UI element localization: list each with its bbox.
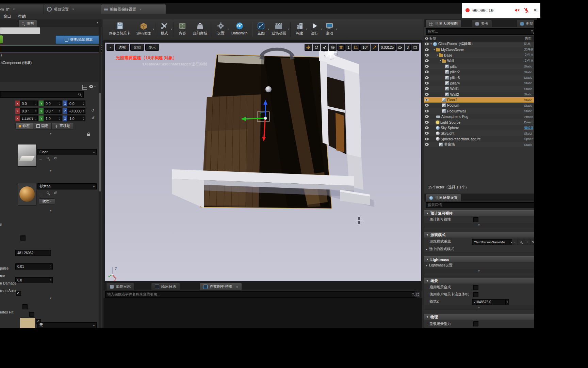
reset-asset-icon[interactable] [54,156,57,160]
enable-gravity-checkbox[interactable] [16,291,21,296]
menu-window[interactable]: 窗口 [3,14,11,19]
tab-close-icon[interactable]: × [236,285,238,289]
inherited-component-label[interactable]: hComponent (继承) [1,61,32,65]
expand-more-icon[interactable] [0,169,101,172]
tab-world-outliner[interactable]: 世界大纲视图 [425,20,461,27]
outliner-row-atmospheric-fog[interactable]: Atmospheric Fog Atmos [424,114,534,119]
kill-z-field[interactable]: -1048575.0 [472,299,509,305]
expand-more-icon[interactable] [0,132,101,135]
visibility-eye-icon[interactable] [424,126,429,129]
outliner-search-input[interactable]: 搜索... [426,28,534,35]
visibility-eye-icon[interactable] [424,93,429,96]
tab-project-settings[interactable]: 项目设置 × [44,4,104,14]
toolbar-marketplace-button[interactable]: 虚幻商城 [190,20,210,40]
force-checkbox[interactable] [29,312,34,317]
outliner-row-sphere-reflection-capture[interactable]: SphereReflectionCapture Spher [424,136,534,142]
scale-snap-toggle-button[interactable] [371,44,378,51]
material-thumbnail-wood[interactable] [18,183,36,205]
use-selected-asset-icon[interactable] [39,156,43,160]
visibility-eye-icon[interactable] [424,110,429,112]
expander-arrow-icon[interactable] [429,43,433,45]
outliner-row-base[interactable]: Base 文件夹 [424,52,534,58]
sphere-actor[interactable] [265,86,272,92]
tab-close-icon[interactable]: × [140,7,142,11]
expand-more-icon[interactable] [424,223,534,227]
outliner-row-podiumwall[interactable]: PodiumWall Static [424,108,534,114]
tab-world-settings[interactable]: 世界场景设置 [425,194,461,201]
outliner-row-pillar[interactable]: pillar Static [424,64,534,69]
expander-arrow-icon[interactable] [432,48,436,51]
outliner-row-skylight[interactable]: SkyLight SkyLi [424,131,534,136]
dropdown-caret-icon[interactable] [171,28,172,31]
scale-y-field[interactable]: 1.0 [44,116,62,121]
show-flags-button[interactable]: 显示 [145,44,159,51]
tab-message-log[interactable]: 消息日志 [106,283,134,290]
outliner-row-pillar3[interactable]: pillar3 Static [424,75,534,80]
add-new-icon[interactable] [524,239,530,245]
scale-z-field[interactable]: 1.0 [67,116,85,121]
toolbar-launch-button[interactable]: 启动 [322,20,337,40]
location-x-field[interactable]: 0.0 [20,101,38,106]
visibility-eye-icon[interactable] [424,43,429,45]
details-header-search[interactable] [0,45,102,52]
outliner-row-podium[interactable]: Podium Static [424,103,534,108]
visibility-eye-icon[interactable] [424,132,429,135]
location-z-field[interactable]: 0.0 [67,101,85,106]
use-selected-asset-icon[interactable] [512,239,518,245]
scale-tool-button[interactable] [321,44,328,51]
mobility-static-button[interactable]: 静态 [15,123,33,129]
world-composition-checkbox[interactable] [473,285,478,290]
camera-speed-button[interactable] [396,44,404,51]
spinner-arrows[interactable] [58,116,61,121]
toolbar-settings-button[interactable]: 设置 [213,20,228,40]
toolbar-content-button[interactable]: 内容 [175,20,190,40]
tab-editor-preferences[interactable]: 编辑器偏好设置 × [101,4,166,14]
location-y-field[interactable]: 0.0 [44,101,62,106]
visibility-eye-icon[interactable] [424,65,429,68]
spinner-arrows[interactable] [82,108,85,113]
details-scrollbar-thumb[interactable] [99,93,101,191]
spinner-arrows[interactable] [82,101,85,106]
rotation-x-field[interactable]: 0.0 ° [20,108,38,114]
dropdown-caret-icon[interactable] [288,28,290,31]
browse-asset-icon[interactable] [46,156,50,160]
toolbar-source-control-button[interactable]: 源码管理 [133,20,154,40]
spinner-arrows[interactable] [49,264,52,269]
visibility-eye-icon[interactable] [424,87,429,90]
reset-asset-icon[interactable] [54,191,57,195]
tab-details[interactable]: 细节 [18,20,37,27]
grid-snap-toggle-button[interactable] [337,44,345,51]
toolbar-build-button[interactable]: 构建 [292,20,307,40]
spinner-arrows[interactable] [58,101,61,106]
outliner-row-wall[interactable]: Wall 文件夹 [424,58,534,63]
view-mode-lit-button[interactable]: 光照 [130,44,144,51]
visibility-eye-icon[interactable] [424,48,429,51]
find-in-blueprints-search-input[interactable]: 输入函数或事件名称来查找引用... [105,291,417,298]
spinner-arrows[interactable] [58,108,61,113]
spinner-arrows[interactable] [34,101,37,106]
spinner-arrows[interactable] [34,108,37,113]
outliner-row-light-source[interactable]: Light Source Direct [424,119,534,125]
browse-asset-icon[interactable] [46,191,50,195]
visibility-eye-icon[interactable] [424,98,429,101]
visibility-eye-icon[interactable] [424,138,429,140]
rotation-y-field[interactable]: 0.0 ° [44,108,62,114]
tab-level[interactable]: Room_0* × [0,4,49,14]
outliner-row-pillar2[interactable]: pillar2 Static [424,69,534,75]
edit-icon[interactable] [530,239,534,245]
spinner-arrows[interactable] [49,277,52,283]
add-component-button[interactable] [0,35,3,43]
details-name-field[interactable] [0,27,40,34]
toolbar-modes-button[interactable]: 模式 [157,20,172,40]
texture-dropdown-button[interactable]: 纹理 [39,198,55,204]
expander-arrow-icon[interactable] [426,264,427,267]
spinner-arrows[interactable] [82,116,85,121]
search-options-icon[interactable] [414,291,421,297]
expand-more-icon[interactable] [424,305,534,310]
angular-damping-field[interactable]: 0.0 [15,277,53,283]
outliner-row-window-wall[interactable]: 带窗墙 Static [424,142,534,147]
visibility-eye-icon[interactable] [424,71,429,73]
rotation-snap-toggle-button[interactable] [352,44,360,51]
outliner-row-pillar4[interactable]: pillar4 Static [424,80,534,86]
toolbar-blueprints-button[interactable]: 蓝图 [254,20,268,40]
